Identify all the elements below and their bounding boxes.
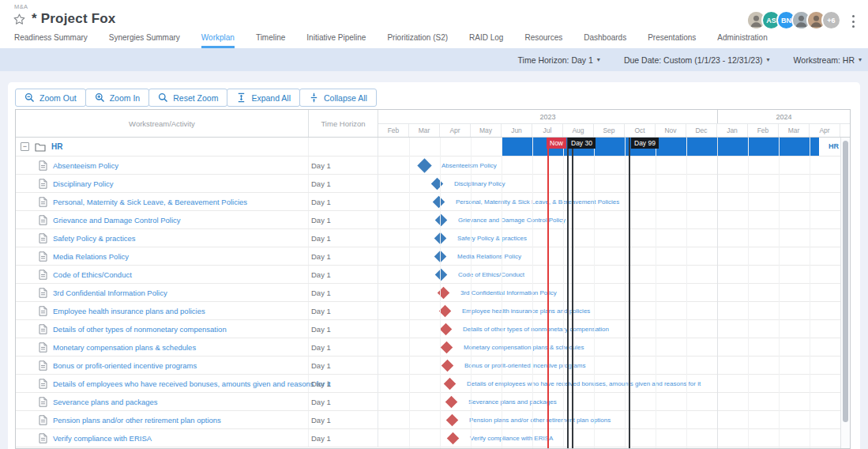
- milestone-diamond-red[interactable]: [443, 378, 456, 391]
- milestone-diamond-red[interactable]: [439, 323, 452, 336]
- activity-label-personal-maternity-sick-leave-bereavemen[interactable]: Personal, Maternity & Sick Leave, & Bere…: [53, 198, 247, 206]
- chevron-down-icon: ▾: [767, 56, 770, 63]
- toolbar-button-label: Expand All: [251, 93, 291, 103]
- milestone-diamond-blue[interactable]: [434, 251, 446, 263]
- milestone-diamond-red[interactable]: [445, 396, 457, 409]
- milestone-diamond-red[interactable]: [446, 432, 459, 445]
- toolbar-button-zoom-in[interactable]: Zoom In: [85, 89, 150, 107]
- activity-label-bonus-or-profit-oriented-incentive-progr[interactable]: Bonus or profit-oriented incentive progr…: [53, 361, 197, 370]
- page-title: * Project Fox: [32, 11, 116, 27]
- month-header-2023-sep: Sep: [594, 124, 625, 137]
- activity-label-code-of-ethics-conduct[interactable]: Code of Ethics/Conduct: [53, 270, 132, 279]
- tab-initiative-pipeline[interactable]: Initiative Pipeline: [306, 33, 366, 48]
- tab-prioritization-s2[interactable]: Prioritization (S2): [387, 33, 448, 48]
- tab-timeline[interactable]: Timeline: [256, 33, 285, 48]
- document-icon: [39, 360, 47, 371]
- workplan-panel: Zoom OutZoom InReset ZoomExpand AllColla…: [8, 82, 860, 449]
- activity-label-disciplinary-policy[interactable]: Disciplinary Policy: [53, 179, 114, 188]
- avatar-6[interactable]: +6: [821, 10, 841, 30]
- marker-label-day-99: Day 99: [631, 138, 659, 149]
- table-row: Grievance and Damage Control PolicyDay 1…: [16, 211, 850, 229]
- table-row: Monetary compensation plans & schedulesD…: [16, 338, 850, 357]
- tab-dashboards[interactable]: Dashboards: [584, 33, 626, 48]
- milestone-diamond-blue[interactable]: [432, 196, 445, 209]
- activity-label-media-relations-policy[interactable]: Media Relations Policy: [53, 252, 129, 261]
- activity-label-severance-plans-and-packages[interactable]: Severance plans and packages: [53, 398, 158, 406]
- activity-label-monetary-compensation-plans-schedules[interactable]: Monetary compensation plans & schedules: [53, 343, 196, 352]
- filter-workstream[interactable]: Workstream: HR▾: [794, 55, 862, 65]
- timeline-cell: Severance plans and packages: [378, 393, 840, 410]
- document-icon: [39, 342, 47, 353]
- milestone-diamond-red[interactable]: [445, 414, 458, 427]
- table-row: Media Relations PolicyDay 1Media Relatio…: [16, 247, 850, 266]
- milestone-diamond-blue[interactable]: [434, 214, 447, 227]
- scrollbar-thumb[interactable]: [843, 141, 848, 422]
- activity-label-safety-policy-practices[interactable]: Safety Policy & practices: [53, 234, 136, 243]
- timeline-cell: Employee health insurance plans and poli…: [378, 302, 840, 319]
- filter-label: Time Horizon: Day 1: [518, 55, 593, 65]
- tab-synergies-summary[interactable]: Synergies Summary: [109, 33, 180, 48]
- activity-cell: Code of Ethics/Conduct: [16, 266, 309, 283]
- milestone-diamond-blue[interactable]: [434, 232, 446, 245]
- time-horizon-cell: Day 1: [309, 157, 378, 174]
- activity-label-details-of-other-types-of-nonmonetary-co[interactable]: Details of other types of nonmonetary co…: [53, 325, 227, 334]
- timeline-cell: Grievance and Damage Control Policy: [378, 211, 840, 228]
- milestone-diamond-red[interactable]: [441, 360, 453, 372]
- milestone-diamond-red[interactable]: [440, 341, 453, 354]
- table-row: 3rd Confidential Information PolicyDay 1…: [16, 284, 850, 302]
- time-horizon-cell: Day 1: [309, 320, 378, 338]
- tab-readiness-summary[interactable]: Readiness Summary: [14, 33, 88, 48]
- milestone-label: Grievance and Damage Control Policy: [458, 217, 566, 224]
- activity-cell: Employee health insurance plans and poli…: [16, 302, 309, 319]
- collapse-toggle-icon[interactable]: −: [21, 142, 29, 151]
- favorite-star-icon[interactable]: [13, 13, 26, 26]
- activity-label-pension-plans-and-or-other-retirement-pl[interactable]: Pension plans and/or other retirement pl…: [53, 416, 221, 424]
- timeline-cell: 3rd Confidential Information Policy: [378, 284, 840, 301]
- time-horizon-cell: Day 1: [309, 211, 378, 228]
- workstream-right-label: HR: [829, 138, 839, 156]
- vertical-scrollbar[interactable]: [840, 138, 850, 448]
- milestone-label: Media Relations Policy: [457, 253, 521, 260]
- timeline-cell: Verify compliance with ERISA: [378, 429, 840, 447]
- activity-label-absenteeism-policy[interactable]: Absenteeism Policy: [53, 161, 118, 170]
- tab-resources[interactable]: Resources: [524, 33, 562, 48]
- time-horizon-cell: Day 1: [309, 302, 378, 319]
- tab-raid-log[interactable]: RAID Log: [469, 33, 503, 48]
- activity-label-details-of-employees-who-have-received-b[interactable]: Details of employees who have received b…: [53, 379, 331, 388]
- workstream-time-horizon-cell: [309, 138, 378, 156]
- document-icon: [39, 179, 47, 189]
- toolbar-button-reset-zoom[interactable]: Reset Zoom: [148, 89, 227, 107]
- milestone-label: Personal, Maternity & Sick Leave, & Bere…: [456, 198, 619, 206]
- workstream-label[interactable]: HR: [51, 142, 62, 151]
- toolbar-button-expand-all[interactable]: Expand All: [227, 89, 300, 107]
- tab-presentations[interactable]: Presentations: [648, 33, 696, 48]
- milestone-diamond-red[interactable]: [437, 287, 449, 300]
- time-horizon-cell: Day 1: [309, 284, 378, 301]
- table-row: Details of employees who have received b…: [16, 375, 850, 393]
- toolbar-button-zoom-out[interactable]: Zoom Out: [15, 89, 86, 107]
- milestone-diamond-blue[interactable]: [430, 178, 443, 191]
- month-header-2023-aug: Aug: [563, 124, 594, 137]
- time-horizon-cell: Day 1: [309, 266, 378, 283]
- table-row: Bonus or profit-oriented incentive progr…: [16, 357, 850, 375]
- column-header-workstream-activity: Workstream/Activity: [16, 110, 309, 137]
- activity-label-grievance-and-damage-control-policy[interactable]: Grievance and Damage Control Policy: [53, 216, 181, 224]
- activity-cell: Media Relations Policy: [16, 247, 309, 265]
- workstream-timeline-cell: NowDay 30Day 99HR: [378, 138, 840, 156]
- activity-label-3rd-confidential-information-policy[interactable]: 3rd Confidential Information Policy: [53, 289, 167, 297]
- filter-time-horizon[interactable]: Time Horizon: Day 1▾: [518, 55, 600, 65]
- activity-label-employee-health-insurance-plans-and-poli[interactable]: Employee health insurance plans and poli…: [53, 307, 205, 315]
- activity-cell: 3rd Confidential Information Policy: [16, 284, 309, 301]
- milestone-diamond-red[interactable]: [438, 305, 451, 318]
- document-icon: [39, 197, 47, 207]
- toolbar-button-collapse-all[interactable]: Collapse All: [299, 89, 377, 107]
- milestone-label: Employee health insurance plans and poli…: [462, 308, 590, 315]
- filter-due-date[interactable]: Due Date: Custom (1/1/23 - 12/31/23)▾: [624, 55, 770, 65]
- timeline-cell: Safety Policy & practices: [378, 229, 840, 247]
- tab-administration[interactable]: Administration: [717, 33, 767, 48]
- activity-label-verify-compliance-with-erisa[interactable]: Verify compliance with ERISA: [53, 434, 152, 443]
- milestone-diamond-blue[interactable]: [417, 158, 431, 172]
- kebab-menu-icon[interactable]: [848, 15, 858, 28]
- milestone-diamond-blue[interactable]: [434, 269, 447, 281]
- tab-workplan[interactable]: Workplan: [201, 33, 235, 48]
